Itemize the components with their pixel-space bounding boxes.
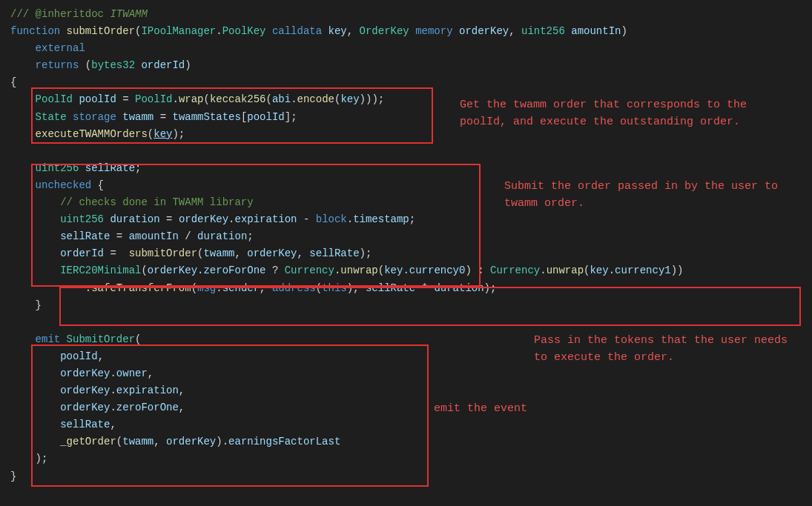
code-line: IERC20Minimal(orderKey.zeroForOne ? Curr… (10, 262, 802, 279)
code-line: /// @inheritdoc ITWAMM (10, 6, 802, 23)
code-line: external (10, 40, 802, 57)
annotation-4: emit the event (434, 400, 527, 417)
code-line (10, 143, 802, 160)
code-line: ); (10, 450, 802, 467)
annotation-3: Pass in the tokens that the user needs t… (534, 332, 788, 367)
code-line: uint256 sellRate; (10, 160, 802, 177)
code-line: orderId = submitOrder(twamm, orderKey, s… (10, 245, 802, 262)
code-line: uint256 duration = orderKey.expiration -… (10, 211, 802, 228)
code-line: } (10, 297, 802, 314)
code-line: function submitOrder(IPoolManager.PoolKe… (10, 23, 802, 40)
code-line: } (10, 468, 802, 485)
annotation-1: Get the twamm order that corresponds to … (460, 96, 747, 131)
code-line: orderKey.owner, (10, 365, 802, 382)
code-line: { (10, 74, 802, 91)
code-line: orderKey.expiration, (10, 382, 802, 399)
code-line: sellRate, (10, 416, 802, 433)
annotation-2: Submit the order passed in by the user t… (504, 178, 778, 213)
code-line: _getOrder(twamm, orderKey).earningsFacto… (10, 433, 802, 450)
code-line: sellRate = amountIn / duration; (10, 228, 802, 245)
code-line (10, 314, 802, 331)
code-line: .safeTransferFrom(msg.sender, address(th… (10, 280, 802, 297)
code-line: orderKey.zeroForOne, (10, 399, 802, 416)
doc-comment: /// @inheritdoc ITWAMM (10, 8, 148, 20)
code-line: returns (bytes32 orderId) (10, 57, 802, 74)
